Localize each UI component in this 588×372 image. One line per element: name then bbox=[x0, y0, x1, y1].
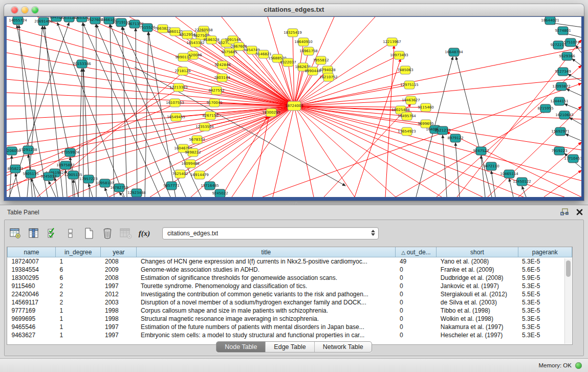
graph-node[interactable]: 18945221 bbox=[47, 17, 66, 21]
graph-node[interactable]: 12213967 bbox=[383, 38, 401, 46]
table-cell[interactable]: 2008 bbox=[101, 257, 137, 266]
table-cell[interactable]: 0 bbox=[396, 298, 437, 307]
column-header-in_degree[interactable]: in_degree bbox=[56, 247, 101, 257]
table-cell[interactable]: Structural magnetic resonance image aver… bbox=[137, 315, 396, 323]
graph-node[interactable]: 12353594 bbox=[195, 123, 214, 131]
table-row[interactable]: 1456911722003Disruption of a novel membe… bbox=[8, 298, 572, 307]
network-file-select[interactable]: citations_edges.txt bbox=[162, 227, 379, 239]
tab-edge-table[interactable]: Edge Table bbox=[265, 342, 314, 352]
table-cell[interactable]: 5.3E-5 bbox=[518, 257, 572, 266]
graph-node[interactable]: 5905135 bbox=[23, 170, 38, 178]
graph-node[interactable]: 20531242 bbox=[60, 17, 78, 22]
column-header-year[interactable]: year bbox=[101, 247, 137, 257]
graph-node[interactable]: 6466160 bbox=[101, 17, 117, 24]
table-cell[interactable]: 14569117 bbox=[8, 298, 56, 307]
table-cell[interactable]: 1 bbox=[56, 307, 101, 315]
table-cell[interactable]: 5.5E-5 bbox=[518, 290, 572, 298]
graph-node[interactable]: 16210752 bbox=[319, 73, 338, 81]
table-cell[interactable]: 5.9E-5 bbox=[518, 274, 572, 282]
table-row[interactable]: 911546021997Tourette syndrome. Phenomeno… bbox=[8, 282, 572, 290]
table-cell[interactable]: Tourette syndrome. Phenomenology and cla… bbox=[137, 282, 396, 290]
network-window-titlebar[interactable]: citations_edges.txt bbox=[4, 4, 584, 16]
graph-node[interactable]: 16099488 bbox=[181, 160, 200, 168]
graph-node[interactable]: 12923448 bbox=[127, 189, 146, 197]
table-cell[interactable]: 5.3E-5 bbox=[518, 307, 572, 315]
import-table-button[interactable] bbox=[118, 226, 134, 241]
table-cell[interactable]: Dudbridge et al. (2008) bbox=[437, 274, 518, 282]
graph-node[interactable]: 10465114 bbox=[500, 170, 518, 178]
column-header-name[interactable]: name bbox=[8, 247, 56, 257]
table-cell[interactable]: 0 bbox=[396, 274, 437, 282]
table-cell[interactable]: 2008 bbox=[101, 274, 137, 282]
graph-node[interactable]: 14055724 bbox=[9, 17, 27, 25]
tab-network-table[interactable]: Network Table bbox=[314, 342, 372, 352]
show-columns-button[interactable] bbox=[26, 226, 41, 241]
graph-node[interactable]: 14671358 bbox=[125, 20, 144, 28]
graph-node[interactable]: 7515526 bbox=[139, 24, 156, 32]
graph-node[interactable]: 16914479 bbox=[190, 171, 209, 179]
table-cell[interactable]: 2009 bbox=[101, 266, 137, 274]
table-cell[interactable]: Embryonic stem cells: a model to study s… bbox=[137, 331, 396, 339]
graph-node[interactable]: 2718126 bbox=[175, 67, 191, 75]
table-cell[interactable]: 2 bbox=[56, 282, 101, 290]
graph-node[interactable]: 20153346 bbox=[73, 60, 91, 68]
graph-node[interactable]: 9860125 bbox=[167, 28, 183, 36]
delete-column-button[interactable] bbox=[100, 226, 115, 241]
graph-node[interactable]: 7955812 bbox=[313, 56, 329, 64]
graph-node[interactable]: 18325419 bbox=[284, 29, 302, 37]
column-header-out_de[interactable]: △out_de... bbox=[396, 247, 437, 257]
table-cell[interactable]: 1 bbox=[56, 323, 101, 331]
tab-node-table[interactable]: Node Table bbox=[216, 342, 265, 352]
table-cell[interactable]: 0 bbox=[396, 282, 437, 290]
table-cell[interactable]: 9115460 bbox=[8, 282, 56, 290]
table-cell[interactable]: 5.3E-5 bbox=[518, 323, 572, 331]
table-cell[interactable]: 9699695 bbox=[8, 315, 56, 323]
graph-node[interactable]: 9274801 bbox=[555, 27, 571, 35]
table-cell[interactable]: 1997 bbox=[101, 323, 137, 331]
table-cell[interactable]: 5.3E-5 bbox=[518, 298, 572, 307]
graph-node[interactable]: 15291238 bbox=[19, 146, 37, 154]
function-builder-button[interactable]: f(x) bbox=[137, 226, 152, 241]
table-cell[interactable]: Yano et al. (2008) bbox=[437, 257, 518, 266]
table-cell[interactable]: 1997 bbox=[101, 331, 137, 339]
graph-node[interactable]: 9272215 bbox=[550, 41, 566, 49]
table-cell[interactable]: 2003 bbox=[101, 298, 137, 307]
table-cell[interactable]: 6 bbox=[56, 266, 101, 274]
table-cell[interactable]: Hescheler et al. (1997) bbox=[437, 331, 518, 339]
table-cell[interactable]: Investigating the contribution of common… bbox=[137, 290, 396, 298]
select-all-button[interactable] bbox=[45, 226, 60, 241]
table-cell[interactable]: 5.3E-5 bbox=[518, 282, 572, 290]
table-cell[interactable]: Corpus callosum shape and size in male p… bbox=[137, 307, 396, 315]
table-row[interactable]: 946362711997Embryonic stem cells: a mode… bbox=[8, 331, 572, 339]
graph-node[interactable]: 1527602 bbox=[87, 17, 103, 24]
graph-node[interactable]: 13654923 bbox=[398, 127, 416, 136]
graph-node[interactable]: 18640910 bbox=[294, 38, 313, 46]
table-cell[interactable]: 5.6E-5 bbox=[518, 266, 572, 274]
graph-node[interactable]: 7485063 bbox=[397, 66, 413, 74]
table-row[interactable]: 977716911998Corpus callosum shape and si… bbox=[8, 307, 572, 315]
graph-node[interactable]: 9857771 bbox=[163, 182, 179, 190]
graph-node[interactable]: 9472110 bbox=[483, 162, 499, 170]
table-row[interactable]: 969969511998Structural magnetic resonanc… bbox=[8, 315, 572, 323]
graph-node[interactable]: 17710453 bbox=[564, 155, 581, 163]
column-header-pagerank[interactable]: pagerank bbox=[518, 247, 572, 257]
table-row[interactable]: 1938455462009Genome-wide association stu… bbox=[8, 266, 572, 274]
graph-node[interactable]: 8979122 bbox=[447, 134, 463, 142]
deselect-all-button[interactable] bbox=[63, 226, 78, 241]
graph-node[interactable]: 18724007 bbox=[285, 101, 303, 111]
table-row[interactable]: 946554611997Estimation of the future num… bbox=[8, 323, 572, 331]
graph-node[interactable]: 9245022 bbox=[212, 189, 228, 197]
table-cell[interactable]: de Silva et al. (2003) bbox=[437, 298, 518, 307]
table-cell[interactable]: 18724007 bbox=[8, 257, 56, 266]
table-row[interactable]: 2242004622012Investigating the contribut… bbox=[8, 290, 572, 298]
table-cell[interactable]: 1998 bbox=[101, 315, 137, 323]
table-mode-button[interactable] bbox=[8, 226, 23, 241]
table-cell[interactable]: 1 bbox=[56, 331, 101, 339]
table-cell[interactable]: Genome-wide association studies in ADHD. bbox=[137, 266, 396, 274]
graph-node[interactable]: 16782759 bbox=[110, 184, 128, 192]
table-cell[interactable]: Disruption of a novel member of a sodium… bbox=[137, 298, 396, 307]
table-cell[interactable]: 2 bbox=[56, 290, 101, 298]
table-cell[interactable]: Franke et al. (2009) bbox=[437, 266, 518, 274]
table-cell[interactable]: 1 bbox=[56, 257, 101, 266]
table-cell[interactable]: 0 bbox=[396, 331, 437, 339]
